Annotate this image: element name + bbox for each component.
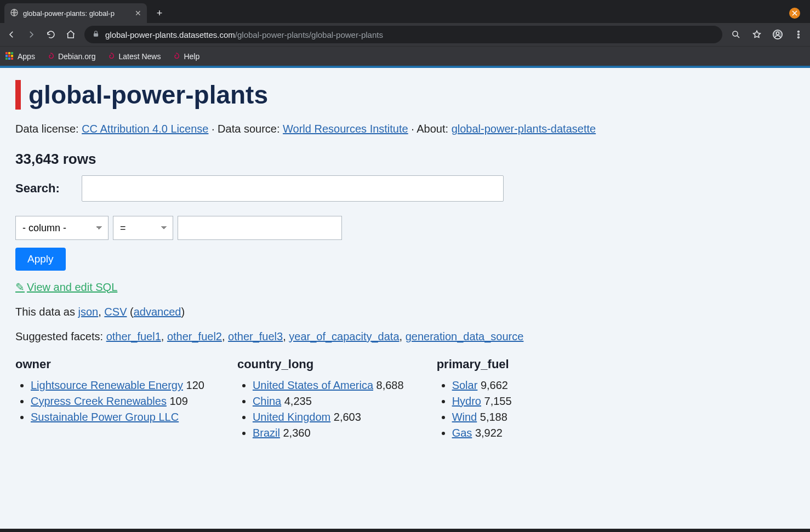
debian-swirl-icon	[172, 52, 180, 61]
page-viewport[interactable]: global-power-plants Data license: CC Att…	[0, 66, 810, 529]
apps-icon	[5, 52, 14, 61]
list-item: Cypress Creek Renewables 109	[31, 395, 204, 408]
debian-swirl-icon	[46, 52, 55, 61]
apply-button[interactable]: Apply	[15, 248, 66, 271]
facet-link[interactable]: other_fuel3	[228, 330, 283, 342]
list-item: China 4,235	[253, 395, 404, 408]
address-bar[interactable]: global-power-plants.datasettes.com/globa…	[84, 26, 722, 43]
menu-icon[interactable]	[792, 28, 805, 41]
bookmark-latest-news[interactable]: Latest News	[106, 52, 161, 61]
suggested-facets: Suggested facets: other_fuel1, other_fue…	[15, 330, 795, 343]
url-text: global-power-plants.datasettes.com/globa…	[105, 30, 383, 39]
search-label: Search:	[15, 181, 60, 196]
facet-item-link[interactable]: Sustainable Power Group LLC	[31, 411, 179, 423]
list-item: Wind 5,188	[452, 411, 512, 424]
pencil-icon: ✎	[15, 281, 25, 294]
svg-point-4	[777, 32, 779, 35]
facet-item-link[interactable]: Gas	[452, 427, 472, 439]
bookmark-apps[interactable]: Apps	[5, 52, 35, 61]
new-tab-button[interactable]: +	[151, 5, 168, 21]
facet-link[interactable]: generation_data_source	[406, 330, 524, 342]
facet-item-link[interactable]: Lightsource Renewable Energy	[31, 379, 183, 391]
svg-point-7	[798, 37, 800, 38]
svg-point-2	[733, 31, 738, 36]
list-item: Gas 3,922	[452, 427, 512, 439]
meta-line: Data license: CC Attribution 4.0 License…	[15, 123, 795, 135]
facet-heading: owner	[15, 357, 204, 371]
facet-heading: country_long	[237, 357, 404, 371]
facet-item-link[interactable]: Wind	[452, 411, 477, 423]
license-link[interactable]: CC Attribution 4.0 License	[82, 123, 208, 135]
list-item: Solar 9,662	[452, 379, 512, 392]
facet-item-link[interactable]: Solar	[452, 379, 478, 391]
data-as-line: This data as json, CSV (advanced)	[15, 306, 795, 318]
tab-title: global-power-plants: global-p	[23, 9, 130, 18]
debian-swirl-icon	[106, 52, 115, 61]
facet-link[interactable]: other_fuel1	[106, 330, 161, 342]
view-edit-sql-link[interactable]: ✎ View and edit SQL	[15, 281, 117, 294]
facet-item-link[interactable]: Hydro	[452, 395, 481, 407]
facet-heading: primary_fuel	[437, 357, 512, 371]
svg-rect-1	[94, 33, 98, 36]
browser-tab[interactable]: global-power-plants: global-p ✕	[4, 3, 147, 23]
facet-link[interactable]: other_fuel2	[167, 330, 222, 342]
home-button[interactable]	[65, 28, 77, 41]
facet-item-link[interactable]: Cypress Creek Renewables	[31, 395, 167, 407]
bookmark-debian[interactable]: Debian.org	[46, 52, 96, 61]
about-link[interactable]: global-power-plants-datasette	[452, 123, 596, 135]
facet-item-link[interactable]: China	[253, 395, 281, 407]
close-tab-icon[interactable]: ✕	[135, 9, 141, 18]
facet-link[interactable]: year_of_capacity_data	[289, 330, 399, 342]
csv-link[interactable]: CSV	[104, 306, 127, 318]
row-count: 33,643 rows	[15, 151, 795, 168]
facet-item-link[interactable]: Brazil	[253, 427, 280, 439]
filter-column-select[interactable]: - column -	[15, 216, 109, 240]
lock-icon	[92, 30, 100, 39]
profile-icon[interactable]	[772, 28, 784, 41]
facet-country-long: country_long United States of America 8,…	[237, 357, 404, 443]
list-item: Brazil 2,360	[253, 427, 404, 439]
list-item: Hydro 7,155	[452, 395, 512, 408]
facets-grid: owner Lightsource Renewable Energy 120 C…	[15, 357, 795, 443]
filter-operator-select[interactable]: =	[113, 216, 173, 240]
facet-owner: owner Lightsource Renewable Energy 120 C…	[15, 357, 204, 443]
forward-button[interactable]	[25, 28, 37, 41]
list-item: United Kingdom 2,603	[253, 411, 404, 424]
search-input[interactable]	[82, 175, 504, 202]
reload-button[interactable]	[45, 28, 57, 41]
bookmark-star-icon[interactable]	[751, 28, 763, 41]
advanced-link[interactable]: advanced	[134, 306, 181, 318]
tab-bar: global-power-plants: global-p ✕ +	[0, 0, 810, 23]
window-close-button[interactable]	[789, 8, 800, 19]
list-item: Sustainable Power Group LLC	[31, 411, 204, 424]
globe-icon	[10, 8, 19, 19]
browser-toolbar: global-power-plants.datasettes.com/globa…	[0, 23, 810, 46]
zoom-icon[interactable]	[730, 28, 742, 41]
svg-point-6	[798, 34, 800, 36]
page-title: global-power-plants	[15, 80, 795, 110]
facet-item-link[interactable]: United Kingdom	[253, 411, 330, 423]
bookmarks-bar: Apps Debian.org Latest News Help	[0, 46, 810, 66]
list-item: United States of America 8,688	[253, 379, 404, 392]
back-button[interactable]	[5, 28, 18, 41]
svg-point-5	[798, 31, 800, 32]
source-link[interactable]: World Resources Institute	[283, 123, 408, 135]
bookmark-help[interactable]: Help	[172, 52, 199, 61]
list-item: Lightsource Renewable Energy 120	[31, 379, 204, 392]
facet-item-link[interactable]: United States of America	[253, 379, 373, 391]
json-link[interactable]: json	[78, 306, 99, 318]
facet-primary-fuel: primary_fuel Solar 9,662 Hydro 7,155 Win…	[437, 357, 512, 443]
filter-value-input[interactable]	[178, 216, 342, 240]
